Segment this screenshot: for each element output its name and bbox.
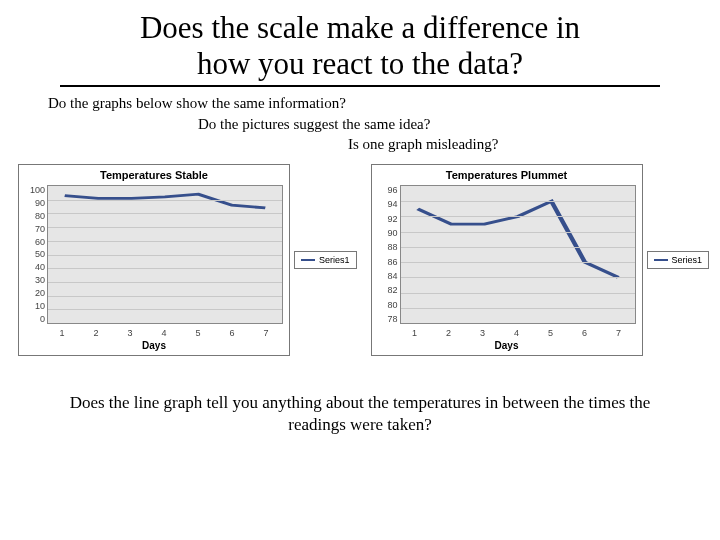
chart-right-yaxis: 96949290888684828078: [372, 183, 400, 326]
question-3: Is one graph misleading?: [348, 134, 672, 154]
chart-left-yaxis: 1009080706050403020100: [19, 183, 47, 326]
legend-swatch-icon: [654, 259, 668, 261]
bottom-question: Does the line graph tell you anything ab…: [0, 356, 720, 436]
chart-right-legend: Series1: [647, 251, 710, 269]
chart-right-plot: [400, 185, 636, 324]
chart-left: Temperatures Stable 10090807060504030201…: [18, 164, 290, 356]
chart-left-plot: [47, 185, 283, 324]
chart-left-xaxis: 1234567: [19, 326, 289, 338]
legend-label: Series1: [672, 255, 703, 265]
chart-right-xlabel: Days: [372, 338, 642, 355]
page-title: Does the scale make a difference in how …: [60, 0, 660, 87]
chart-left-legend: Series1: [294, 251, 357, 269]
question-2: Do the pictures suggest the same idea?: [198, 114, 672, 134]
chart-left-wrap: Temperatures Stable 10090807060504030201…: [18, 164, 357, 356]
question-block: Do the graphs below show the same inform…: [0, 93, 720, 154]
chart-right-wrap: Temperatures Plummet 9694929088868482807…: [371, 164, 710, 356]
question-1: Do the graphs below show the same inform…: [48, 93, 672, 113]
chart-right: Temperatures Plummet 9694929088868482807…: [371, 164, 643, 356]
legend-label: Series1: [319, 255, 350, 265]
chart-right-title: Temperatures Plummet: [372, 165, 642, 183]
chart-left-xlabel: Days: [19, 338, 289, 355]
legend-swatch-icon: [301, 259, 315, 261]
chart-right-xaxis: 1234567: [372, 326, 642, 338]
chart-left-title: Temperatures Stable: [19, 165, 289, 183]
charts-row: Temperatures Stable 10090807060504030201…: [0, 154, 720, 356]
